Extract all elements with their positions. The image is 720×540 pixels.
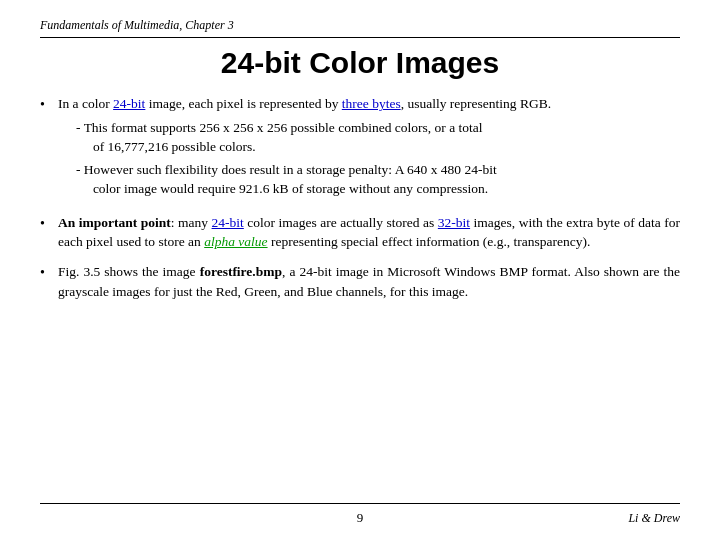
bullet-text-3: Fig. 3.5 shows the image forestfire.bmp,… [58, 262, 680, 301]
bold-point: An important point [58, 215, 171, 230]
sub-items-1: - This format supports 256 x 256 x 256 p… [76, 118, 680, 199]
bullet-text-2: An important point: many 24-bit color im… [58, 213, 680, 252]
content-area: • In a color 24-bit image, each pixel is… [40, 94, 680, 497]
bullet-marker: • [40, 95, 58, 115]
list-item: • Fig. 3.5 shows the image forestfire.bm… [40, 262, 680, 301]
link-24bit: 24-bit [113, 96, 145, 111]
bullet-text-1: In a color 24-bit image, each pixel is r… [58, 94, 680, 203]
bullet-marker: • [40, 214, 58, 234]
bullet1-intro: In a color 24-bit image, each pixel is r… [58, 96, 551, 111]
page-number: 9 [357, 510, 364, 526]
footer: 9 Li & Drew [40, 503, 680, 526]
header-text: Fundamentals of Multimedia, Chapter 3 [40, 18, 234, 33]
bullet-marker: • [40, 263, 58, 283]
list-item: - However such flexibility does result i… [76, 160, 680, 199]
list-item: • An important point: many 24-bit color … [40, 213, 680, 252]
filename: forestfire.bmp [200, 264, 282, 279]
link-three-bytes: three bytes [342, 96, 401, 111]
footer-author: Li & Drew [628, 511, 680, 526]
page-title: 24-bit Color Images [40, 46, 680, 80]
link-32bit: 32-bit [438, 215, 470, 230]
link-24bit-2: 24-bit [212, 215, 244, 230]
list-item: - This format supports 256 x 256 x 256 p… [76, 118, 680, 157]
alpha-value: alpha value [204, 234, 267, 249]
header-bar: Fundamentals of Multimedia, Chapter 3 [40, 18, 680, 38]
page: Fundamentals of Multimedia, Chapter 3 24… [0, 0, 720, 540]
list-item: • In a color 24-bit image, each pixel is… [40, 94, 680, 203]
